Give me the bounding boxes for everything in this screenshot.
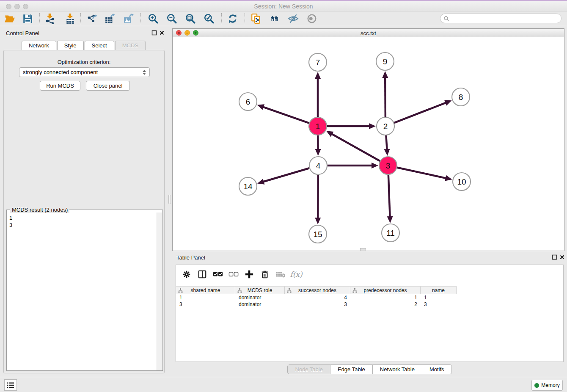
- close-table-panel-icon[interactable]: [559, 254, 565, 259]
- table-cell[interactable]: 3: [285, 301, 350, 308]
- run-mcds-button[interactable]: Run MCDS: [40, 81, 80, 91]
- tab-network-table[interactable]: Network Table: [373, 364, 422, 374]
- graph-node-11[interactable]: 11: [382, 224, 399, 242]
- show-all-icon[interactable]: [306, 13, 318, 25]
- import-table-icon[interactable]: [64, 13, 76, 25]
- column-header-MCDS-role[interactable]: MCDS role: [235, 286, 285, 294]
- tab-style[interactable]: Style: [57, 41, 84, 50]
- gear-icon[interactable]: [181, 269, 192, 280]
- splitter-handle-icon[interactable]: [168, 195, 171, 204]
- add-column-icon[interactable]: [244, 269, 255, 280]
- edge-1-6[interactable]: [263, 107, 309, 123]
- clone-network-icon[interactable]: [250, 13, 262, 25]
- export-table-icon[interactable]: [104, 13, 116, 25]
- table-cell[interactable]: 1: [421, 294, 457, 301]
- table-cell[interactable]: 4: [285, 294, 350, 301]
- table-cell[interactable]: 1: [350, 294, 421, 301]
- table-cell[interactable]: 2: [350, 301, 421, 308]
- close-panel-icon[interactable]: [159, 30, 165, 35]
- import-network-icon[interactable]: [44, 13, 56, 25]
- select-all-checkboxes-icon[interactable]: [212, 269, 223, 280]
- result-scrollbar[interactable]: [157, 213, 162, 370]
- graph-node-4[interactable]: 4: [309, 157, 327, 174]
- vertical-splitter[interactable]: [168, 26, 172, 377]
- float-table-panel-icon[interactable]: [552, 254, 557, 259]
- tab-network[interactable]: Network: [22, 41, 56, 50]
- graph-node-15[interactable]: 15: [309, 225, 327, 243]
- function-builder-icon: f(x): [291, 269, 302, 280]
- edge-3-1[interactable]: [331, 134, 380, 161]
- tab-motifs[interactable]: Motifs: [422, 364, 452, 374]
- network-window-titlebar[interactable]: × − + scc.txt: [173, 29, 564, 37]
- tab-mcds[interactable]: MCDS: [115, 41, 146, 50]
- memory-button[interactable]: Memory: [531, 380, 563, 391]
- toolbar-separator: [140, 13, 141, 24]
- network-resize-handle[interactable]: [360, 248, 366, 251]
- column-header-shared-name[interactable]: shared name: [176, 286, 235, 294]
- tab-select[interactable]: Select: [85, 41, 114, 50]
- table-cell[interactable]: 3: [176, 301, 235, 308]
- table-body: 1dominator4113dominator323: [176, 294, 563, 308]
- columns-icon[interactable]: [197, 269, 208, 280]
- edge-2-8[interactable]: [394, 102, 446, 123]
- criterion-select[interactable]: strongly connected component: [19, 67, 150, 77]
- graph-node-6[interactable]: 6: [239, 93, 257, 110]
- mcds-result-title: MCDS result (2 nodes): [10, 207, 69, 213]
- deselect-checkboxes-icon[interactable]: [228, 269, 239, 280]
- graph-node-8[interactable]: 8: [452, 88, 470, 106]
- graph-node-3[interactable]: 3: [379, 157, 397, 174]
- table-panel-tabs: Node TableEdge TableNetwork TableMotifs: [172, 364, 567, 374]
- graph-node-14[interactable]: 14: [239, 177, 257, 195]
- tab-node-table[interactable]: Node Table: [287, 364, 330, 374]
- delete-icon[interactable]: [259, 269, 270, 280]
- arrowhead-icon: [315, 72, 321, 79]
- tab-edge-table[interactable]: Edge Table: [330, 364, 373, 374]
- optimization-criterion-label: Optimization criterion:: [4, 59, 164, 65]
- table-row[interactable]: 3dominator323: [176, 301, 563, 308]
- table-cell[interactable]: dominator: [235, 294, 285, 301]
- zoom-fit-icon[interactable]: [184, 13, 196, 25]
- search-box[interactable]: [440, 14, 561, 23]
- column-header-name[interactable]: name: [421, 286, 457, 294]
- network-canvas[interactable]: 7968124314101511: [173, 37, 564, 251]
- table-row[interactable]: 1dominator411: [176, 294, 563, 301]
- svg-text:10: 10: [457, 177, 466, 186]
- float-panel-icon[interactable]: [151, 30, 157, 35]
- svg-text:15: 15: [313, 230, 322, 239]
- refresh-icon[interactable]: [227, 13, 239, 25]
- search-input[interactable]: [449, 15, 561, 22]
- edge-4-15[interactable]: [318, 175, 318, 218]
- edge-4-14[interactable]: [263, 168, 309, 182]
- export-network-icon[interactable]: [86, 13, 98, 25]
- edge-3-11[interactable]: [388, 175, 390, 217]
- edge-2-9[interactable]: [385, 77, 385, 117]
- table-panel-title: Table Panel: [176, 254, 205, 261]
- graph-node-7[interactable]: 7: [309, 53, 327, 71]
- hide-selected-icon[interactable]: [287, 13, 299, 25]
- arrowhead-icon: [257, 179, 264, 184]
- graph-node-2[interactable]: 2: [377, 117, 394, 135]
- export-image-icon[interactable]: [123, 13, 135, 25]
- column-header-predecessor-nodes[interactable]: predecessor nodes: [350, 286, 421, 294]
- close-panel-button[interactable]: Close panel: [86, 81, 130, 91]
- graph-node-1[interactable]: 1: [309, 117, 327, 135]
- graph-node-10[interactable]: 10: [453, 173, 471, 190]
- table-cell[interactable]: 3: [421, 301, 457, 308]
- table-cell[interactable]: 1: [176, 294, 235, 301]
- zoom-out-icon[interactable]: [166, 13, 178, 25]
- list-icon: [7, 382, 14, 389]
- first-neighbors-icon[interactable]: [269, 13, 281, 25]
- titlebar: Session: New Session: [0, 0, 567, 11]
- zoom-selected-icon[interactable]: [203, 13, 215, 25]
- edge-3-10[interactable]: [397, 168, 446, 178]
- column-header-successor-nodes[interactable]: successor nodes: [285, 286, 350, 294]
- window-title: Session: New Session: [0, 3, 567, 10]
- zoom-in-icon[interactable]: [147, 13, 159, 25]
- graph-node-9[interactable]: 9: [376, 52, 394, 70]
- open-file-icon[interactable]: [4, 13, 16, 25]
- table-cell[interactable]: dominator: [235, 301, 285, 308]
- task-history-button[interactable]: [4, 379, 17, 391]
- tree-icon: [237, 288, 242, 293]
- save-session-icon[interactable]: [22, 13, 33, 25]
- edge-2-3[interactable]: [386, 135, 387, 150]
